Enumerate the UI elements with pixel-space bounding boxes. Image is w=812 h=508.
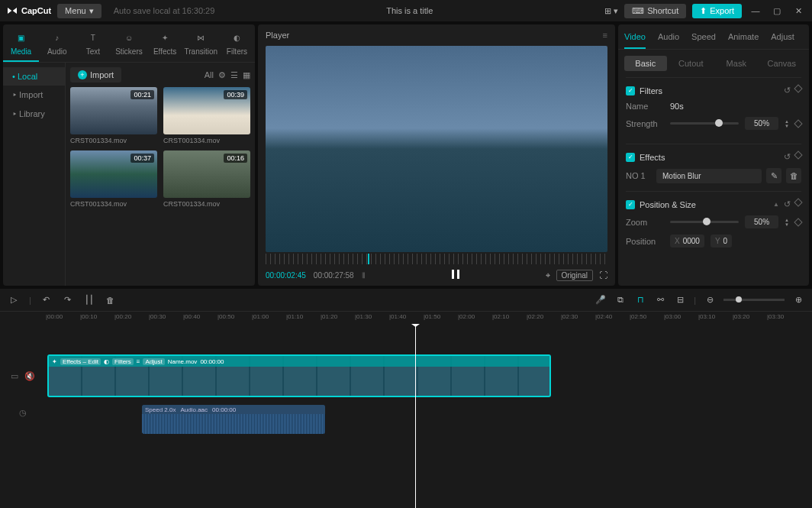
keyframe-icon[interactable] — [794, 84, 802, 92]
align-icon[interactable]: ⊟ — [674, 294, 686, 306]
media-tabs: ▣Media♪AudioTText☺Stickers✦Effects⋈Trans… — [3, 24, 255, 63]
export-button[interactable]: ⬆ Export — [692, 4, 742, 18]
reset-icon[interactable]: ↺ — [784, 152, 791, 162]
zoom-value[interactable]: 50% — [745, 215, 778, 228]
fullscreen-icon[interactable]: ⛶ — [599, 270, 607, 280]
strength-value[interactable]: 50% — [745, 117, 778, 130]
effects-checkbox[interactable]: ✓ — [626, 153, 635, 162]
shortcut-button[interactable]: ⌨ Shortcut — [624, 4, 686, 18]
mic-icon[interactable]: 🎤 — [594, 294, 607, 306]
pos-checkbox[interactable]: ✓ — [626, 200, 635, 209]
close-button[interactable]: ✕ — [791, 3, 806, 18]
sub-tab-cutout[interactable]: Cutout — [670, 56, 713, 71]
player-menu-icon[interactable]: ≡ — [603, 31, 607, 40]
player-viewport[interactable] — [266, 46, 607, 252]
adjust-tag[interactable]: Adjust — [143, 358, 164, 365]
import-button[interactable]: + Import — [70, 67, 121, 83]
clip-filename: CRST001334.mov — [163, 137, 250, 144]
timeline-zoom-slider[interactable] — [723, 299, 785, 301]
prop-tab-adjust[interactable]: Adjust — [771, 32, 794, 49]
zoom-keyframe-icon[interactable] — [794, 218, 802, 226]
mute-icon[interactable]: 🔇 — [24, 371, 35, 381]
zoom-slider[interactable] — [670, 221, 739, 223]
prop-tab-audio[interactable]: Audio — [658, 32, 679, 49]
clip-duration: 00:37 — [130, 154, 154, 163]
media-clip[interactable]: 00:39CRST001334.mov — [163, 87, 250, 144]
edit-effect-icon[interactable]: ✎ — [766, 168, 781, 183]
media-tab-stickers[interactable]: ☺Stickers — [111, 29, 147, 62]
position-y-input[interactable]: Y 0 — [710, 235, 732, 248]
timeline-audio-clip[interactable]: Speed 2.0x Audio.aac 00:00:00 — [142, 405, 325, 434]
clip-adjust-icon: ≡ — [137, 358, 140, 365]
snap-icon[interactable]: ⚯ — [654, 294, 666, 306]
delete-icon[interactable]: 🗑 — [105, 294, 117, 306]
player-ruler[interactable] — [266, 254, 607, 264]
lock-icon[interactable]: ▭ — [11, 371, 18, 381]
media-clip[interactable]: 00:37CRST001334.mov — [70, 150, 157, 208]
keyframe-icon[interactable] — [794, 198, 802, 206]
media-tab-effects[interactable]: ✦Effects — [147, 29, 183, 62]
strength-label: Strength — [626, 119, 664, 128]
zoom-spinner[interactable]: ▲▼ — [785, 218, 789, 227]
maximize-button[interactable]: ▢ — [769, 3, 785, 18]
ruler-tick: |00:40 — [183, 313, 200, 320]
view-list-icon[interactable]: ☰ — [230, 70, 238, 80]
media-tab-filters[interactable]: ◐Filters — [219, 29, 255, 62]
select-tool-icon[interactable]: ▷ — [8, 294, 20, 306]
media-tab-text[interactable]: TText — [75, 29, 111, 62]
media-tab-media[interactable]: ▣Media — [3, 29, 39, 62]
chevron-down-icon: ▾ — [89, 6, 94, 16]
zoom-out-icon[interactable]: ⊖ — [704, 294, 716, 306]
zoom-in-icon[interactable]: ⊕ — [792, 294, 804, 306]
reset-icon[interactable]: ↺ — [784, 199, 791, 209]
keyframe-icon[interactable] — [794, 150, 802, 159]
timeline-video-clip[interactable]: ✦ Effects – Edit ◐ Filters ≡ Adjust Name… — [47, 354, 551, 397]
filter-all[interactable]: All — [205, 70, 214, 79]
sub-tab-mask[interactable]: Mask — [715, 56, 758, 71]
sub-tab-basic[interactable]: Basic — [624, 56, 667, 71]
playhead[interactable] — [415, 324, 416, 508]
clock-icon[interactable]: ◷ — [19, 408, 27, 418]
play-pause-button[interactable] — [450, 269, 461, 281]
sidebar-item-import[interactable]: ‣ Import — [3, 86, 65, 105]
filter-icon[interactable]: ⚙ — [218, 70, 226, 80]
project-title[interactable]: This is a title — [221, 6, 598, 15]
media-tab-transition[interactable]: ⋈Transition — [183, 29, 219, 62]
sidebar-item-local[interactable]: • Local — [3, 67, 65, 86]
effects-tag[interactable]: Effects – Edit — [60, 358, 101, 365]
sidebar-item-library[interactable]: ‣ Library — [3, 105, 65, 124]
audio-waveform — [142, 414, 325, 434]
reset-icon[interactable]: ↺ — [784, 86, 791, 95]
strength-slider[interactable] — [670, 122, 739, 125]
original-button[interactable]: Original — [556, 270, 593, 281]
position-x-input[interactable]: X 0000 — [670, 235, 704, 248]
undo-icon[interactable]: ↶ — [40, 294, 53, 306]
split-icon[interactable]: ⎮⎮ — [83, 294, 95, 306]
delete-effect-icon[interactable]: 🗑 — [786, 168, 801, 183]
ruler-tick: |01:10 — [286, 313, 303, 320]
levels-icon[interactable]: ⫴ — [362, 270, 366, 280]
prop-tab-animate[interactable]: Animate — [728, 32, 759, 49]
magnet-icon[interactable]: ⊓ — [634, 294, 646, 306]
filters-checkbox[interactable]: ✓ — [626, 86, 635, 95]
strength-spinner[interactable]: ▲▼ — [785, 119, 789, 128]
media-tab-audio[interactable]: ♪Audio — [39, 29, 75, 62]
prop-tab-video[interactable]: Video — [624, 32, 646, 49]
strength-keyframe-icon[interactable] — [794, 119, 802, 128]
redo-icon[interactable]: ↷ — [62, 294, 74, 306]
view-grid-icon[interactable]: ▦ — [243, 70, 250, 80]
prop-tab-speed[interactable]: Speed — [691, 32, 716, 49]
layout-icon[interactable]: ⊞ ▾ — [604, 6, 618, 16]
timeline-body[interactable]: ▭ 🔇 ✦ Effects – Edit ◐ Filters ≡ Adjust … — [0, 324, 812, 508]
minimize-button[interactable]: — — [748, 3, 763, 18]
link-icon[interactable]: ⧉ — [614, 294, 627, 306]
sub-tab-canvas[interactable]: Canvas — [761, 56, 804, 71]
collapse-icon[interactable]: ▲ — [773, 201, 779, 208]
filters-tag[interactable]: Filters — [112, 358, 134, 365]
timeline-ruler[interactable]: |00:00|00:10|00:20|00:30|00:40|00:50|01:… — [0, 312, 812, 324]
timeline: ▷ | ↶ ↷ ⎮⎮ 🗑 🎤 ⧉ ⊓ ⚯ ⊟ | ⊖ ⊕ |00:00|00:1… — [0, 289, 812, 508]
crop-icon[interactable]: ⌖ — [546, 270, 550, 280]
media-clip[interactable]: 00:21CRST001334.mov — [70, 87, 157, 144]
media-clip[interactable]: 00:16CRST001334.mov — [163, 150, 250, 208]
menu-button[interactable]: Menu ▾ — [57, 4, 102, 18]
